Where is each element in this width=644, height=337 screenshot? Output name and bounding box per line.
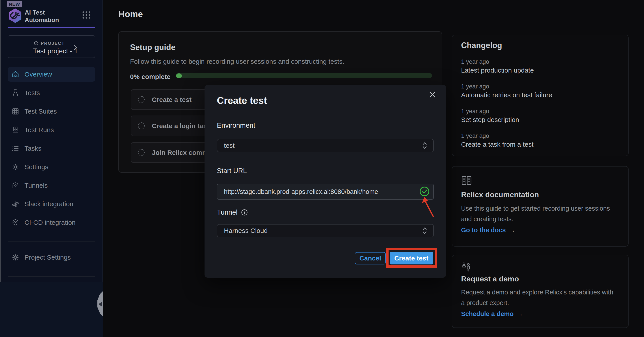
arrow-right-icon: → xyxy=(517,310,523,317)
sidebar-item-cicd-integration[interactable]: CI-CD integration xyxy=(8,215,95,230)
slack-icon xyxy=(12,200,20,208)
sidebar-item-label: Test Suites xyxy=(24,108,57,115)
tunnel-value: Harness Cloud xyxy=(224,227,268,234)
setup-guide-title: Setup guide xyxy=(130,43,176,52)
cicd-hexagon-icon xyxy=(12,219,20,226)
home-icon xyxy=(12,70,20,78)
close-icon[interactable] xyxy=(428,90,437,100)
arrow-right-icon: → xyxy=(509,226,515,234)
schedule-demo-link[interactable]: Schedule a demo→ xyxy=(461,310,523,317)
sidebar-item-slack-integration[interactable]: Slack integration xyxy=(8,197,95,211)
changelog-title: Changelog xyxy=(461,41,502,50)
project-label: PROJECT xyxy=(41,41,64,46)
changelog-entry-time: 1 year ago xyxy=(461,83,489,90)
sidebar-item-tests[interactable]: Tests xyxy=(8,86,95,100)
changelog-entry-time: 1 year ago xyxy=(461,108,489,115)
documentation-body: Use this guide to get started recording … xyxy=(461,203,618,224)
sidebar: NEW AI Test Automation xyxy=(0,0,103,337)
sidebar-item-label: Tasks xyxy=(24,145,42,152)
brand-divider xyxy=(8,27,95,28)
app-title: AI Test Automation xyxy=(25,9,59,24)
create-test-button[interactable]: Create test xyxy=(390,252,433,264)
test-tubes-icon xyxy=(12,126,20,134)
go-to-docs-link[interactable]: Go to the docs→ xyxy=(461,226,515,234)
create-test-modal: Create test Environment test Start URL h… xyxy=(204,85,446,278)
select-chevrons-icon xyxy=(422,142,427,149)
incomplete-step-icon xyxy=(138,122,145,129)
info-icon[interactable] xyxy=(241,209,248,216)
request-demo-body: Request a demo and explore Relicx's capa… xyxy=(461,287,618,308)
changelog-entry-time: 1 year ago xyxy=(461,59,489,65)
sidebar-item-label: Tests xyxy=(24,89,40,97)
task-list-icon xyxy=(12,144,20,152)
progress-label: 0% complete xyxy=(130,73,170,81)
changelog-entry-text[interactable]: Latest production update xyxy=(461,67,534,74)
sidebar-item-label: Settings xyxy=(24,163,48,171)
annotation-arrow xyxy=(422,196,437,218)
gear-icon xyxy=(12,253,20,261)
documentation-title: Relicx documentation xyxy=(461,190,539,199)
window-edge-line xyxy=(0,0,1,282)
gear-icon xyxy=(12,163,20,171)
sidebar-item-overview[interactable]: Overview xyxy=(8,67,95,82)
modal-title: Create test xyxy=(217,95,267,106)
checklist-label: Create a test xyxy=(152,96,192,103)
app-screen: NEW AI Test Automation xyxy=(0,0,644,337)
changelog-entry-text[interactable]: Create a task from a test xyxy=(461,141,533,148)
sidebar-item-label: Slack integration xyxy=(24,200,74,208)
changelog-entry-time: 1 year ago xyxy=(461,133,489,139)
environment-select[interactable]: test xyxy=(217,139,434,152)
changelog-entry-text[interactable]: Automatic retries on test failure xyxy=(461,91,552,99)
project-selector[interactable]: PROJECT Test project - 1 xyxy=(8,35,95,58)
chevron-right-icon xyxy=(74,45,77,50)
environment-value: test xyxy=(224,142,234,149)
sidebar-item-label: Project Settings xyxy=(24,254,71,261)
start-url-input[interactable]: http://stage.dbank.prod-apps.relicx.ai:8… xyxy=(217,184,434,200)
incomplete-step-icon xyxy=(138,149,145,156)
app-switcher-icon[interactable] xyxy=(82,11,91,19)
sidebar-item-label: Overview xyxy=(24,71,52,78)
cube-icon xyxy=(34,41,39,46)
sidebar-item-test-suites[interactable]: Test Suites xyxy=(8,104,95,119)
grid-icon xyxy=(12,107,20,115)
request-demo-title: Request a demo xyxy=(461,275,519,283)
app-logo-icon xyxy=(8,8,22,23)
book-icon xyxy=(461,175,472,185)
incomplete-step-icon xyxy=(138,96,145,103)
changelog-card: Changelog 1 year ago Latest production u… xyxy=(452,35,628,156)
start-url-value: http://stage.dbank.prod-apps.relicx.ai:8… xyxy=(224,188,378,195)
tunnel-select[interactable]: Harness Cloud xyxy=(217,224,434,237)
sidebar-item-label: Test Runs xyxy=(24,126,54,134)
sidebar-item-tasks[interactable]: Tasks xyxy=(8,141,95,156)
progress-bar xyxy=(176,73,432,78)
select-chevrons-icon xyxy=(422,227,427,234)
request-demo-card: Request a demo Request a demo and explor… xyxy=(452,255,628,328)
sidebar-item-tunnels[interactable]: Tunnels xyxy=(8,178,95,193)
sidebar-footer: ? Help AU admin user xyxy=(0,282,103,337)
sidebar-item-label: Tunnels xyxy=(24,182,48,189)
checklist-label: Create a login task xyxy=(152,122,211,130)
progress-fill xyxy=(176,74,182,78)
new-badge: NEW xyxy=(6,1,22,7)
collapse-arrow-icon xyxy=(98,302,102,306)
sidebar-item-project-settings[interactable]: Project Settings xyxy=(8,250,95,265)
environment-label: Environment xyxy=(217,122,255,129)
cancel-button[interactable]: Cancel xyxy=(355,252,386,264)
sidebar-item-test-runs[interactable]: Test Runs xyxy=(8,123,95,137)
flask-icon xyxy=(12,89,20,97)
start-url-label: Start URL xyxy=(217,167,247,175)
changelog-entry-text[interactable]: Set step description xyxy=(461,116,519,124)
tunnel-icon xyxy=(12,182,20,189)
people-icon xyxy=(461,261,472,273)
tunnel-label: Tunnel xyxy=(217,208,248,216)
sidebar-item-label: CI-CD integration xyxy=(24,219,76,226)
sidebar-divider xyxy=(8,241,95,241)
url-valid-check-icon xyxy=(420,186,430,196)
project-name: Test project - 1 xyxy=(33,47,78,55)
page-title: Home xyxy=(118,9,143,19)
sidebar-item-settings[interactable]: Settings xyxy=(8,160,95,174)
documentation-card: Relicx documentation Use this guide to g… xyxy=(452,166,628,247)
project-label-row: PROJECT xyxy=(34,41,64,46)
setup-guide-subtitle: Follow this guide to begin recording use… xyxy=(130,58,344,65)
